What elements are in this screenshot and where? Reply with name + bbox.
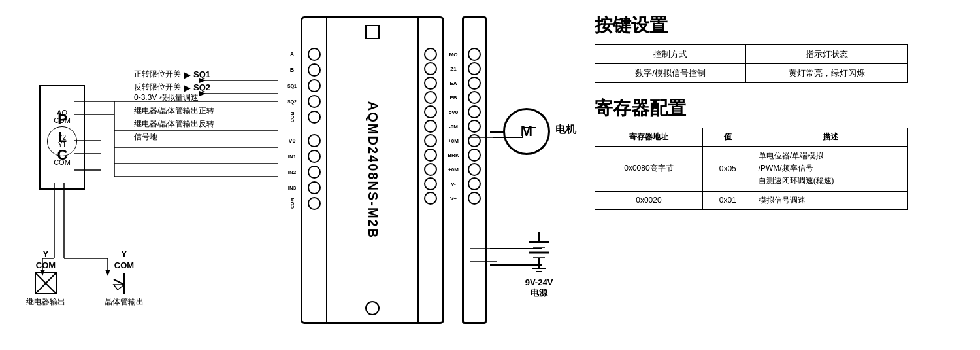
plc-ao-label: AO bbox=[57, 109, 67, 116]
signal-labels: 0-3.3V 模拟量调速 继电器/晶体管输出正转 继电器/晶体管输出反转 信号地 bbox=[134, 92, 214, 143]
reg-val-1: 0x01 bbox=[702, 191, 753, 209]
reg-header-addr: 寄存器地址 bbox=[595, 128, 703, 147]
svg-line-35 bbox=[114, 279, 124, 285]
reg-desc-0: 单电位器/单端模拟/PWM/频率信号自测速闭环调速(稳速) bbox=[753, 147, 907, 192]
relay-forward-label: 继电器/晶体管输出正转 bbox=[134, 105, 214, 116]
device-top-indicator bbox=[365, 25, 380, 39]
button-settings-table: 控制方式 指示灯状态 数字/模拟信号控制 黄灯常亮，绿灯闪烁 bbox=[595, 44, 908, 83]
relay-y-label: Y bbox=[42, 249, 48, 259]
btn-header-indicator: 指示灯状态 bbox=[746, 45, 908, 64]
reg-row-1: 0x0020 0x01 模拟信号调速 bbox=[595, 191, 908, 209]
left-pin-labels: A B SQ1 SQ2 COM V0 IN1 IN2 IN3 COM bbox=[283, 18, 301, 322]
power-voltage-label: 9V-24V bbox=[523, 277, 555, 287]
forward-limit-label: 正转限位开关 bbox=[134, 69, 181, 80]
transistor-com-label: COM bbox=[114, 260, 134, 270]
reg-desc-1: 模拟信号调速 bbox=[753, 191, 907, 209]
btn-row-0: 数字/模拟信号控制 黄灯常亮，绿灯闪烁 bbox=[595, 64, 908, 83]
device-body: A B SQ1 SQ2 COM V0 IN1 IN2 IN3 COM bbox=[301, 16, 444, 324]
plc-com1-label: COM bbox=[54, 116, 71, 124]
plc-y-circle: Y2 Y1 bbox=[47, 126, 77, 156]
motor-label: M bbox=[521, 123, 532, 140]
btn-header-control: 控制方式 bbox=[595, 45, 746, 64]
plc-y1-label: Y1 bbox=[58, 141, 66, 149]
svg-marker-36 bbox=[114, 285, 124, 290]
sq2-label: SQ2 bbox=[193, 82, 210, 92]
button-settings-title: 按键设置 bbox=[595, 13, 908, 38]
right-connector-strip bbox=[462, 16, 487, 324]
relay-com-label: COM bbox=[36, 260, 56, 270]
plc-com2-label: COM bbox=[54, 158, 71, 166]
sq-section: 正转限位开关 ▶ SQ1 反转限位开关 ▶ SQ2 bbox=[134, 69, 210, 95]
transistor-symbol bbox=[112, 271, 136, 295]
btn-cell-indicator: 黄灯常亮，绿灯闪烁 bbox=[746, 64, 908, 83]
power-symbol-svg bbox=[523, 229, 555, 275]
reg-addr-0: 0x0080高字节 bbox=[595, 147, 703, 192]
info-section: 按键设置 控制方式 指示灯状态 数字/模拟信号控制 黄灯常亮，绿灯闪烁 bbox=[595, 7, 908, 343]
center-device-section: A B SQ1 SQ2 COM V0 IN1 IN2 IN3 COM bbox=[287, 7, 490, 343]
sq1-label: SQ1 bbox=[193, 69, 210, 79]
btn-cell-control: 数字/模拟信号控制 bbox=[595, 64, 746, 83]
reg-addr-1: 0x0020 bbox=[595, 191, 703, 209]
device-right-pins bbox=[417, 18, 442, 322]
reg-val-0: 0x05 bbox=[702, 147, 753, 192]
relay-reverse-label: 继电器/晶体管输出反转 bbox=[134, 118, 214, 130]
relay-output-box: Y COM 继电器输出 bbox=[26, 249, 65, 307]
left-section: 正转限位开关 ▶ SQ1 反转限位开关 ▶ SQ2 AO COM Y2 Y1 C… bbox=[13, 7, 287, 343]
motor-side-label: 电机 bbox=[555, 123, 576, 137]
relay-bottom-label: 继电器输出 bbox=[26, 296, 65, 307]
register-config-table: 寄存器地址 值 描述 0x0080高字节 0x05 单电位器/单端模拟/PWM/… bbox=[595, 128, 908, 210]
transistor-y-label: Y bbox=[121, 249, 127, 259]
sq1-row: 正转限位开关 ▶ SQ1 bbox=[134, 69, 210, 80]
transistor-bottom-label: 晶体管输出 bbox=[105, 296, 144, 307]
signal-gnd-label: 信号地 bbox=[134, 131, 214, 143]
outputs-section: Y COM 继电器输出 Y COM 晶 bbox=[26, 249, 144, 307]
register-config-title: 寄存器配置 bbox=[595, 96, 908, 121]
relay-symbol bbox=[34, 271, 57, 295]
motor-power-section: M 电机 9V-24V bbox=[490, 7, 595, 343]
reg-header-desc: 描述 bbox=[753, 128, 907, 147]
button-settings: 按键设置 控制方式 指示灯状态 数字/模拟信号控制 黄灯常亮，绿灯闪烁 bbox=[595, 13, 908, 83]
device-left-pins bbox=[302, 18, 327, 322]
main-container: 正转限位开关 ▶ SQ1 反转限位开关 ▶ SQ2 AO COM Y2 Y1 C… bbox=[0, 0, 980, 350]
register-config: 寄存器配置 寄存器地址 值 描述 0x0080高字节 0x05 单电位器/单端模… bbox=[595, 96, 908, 210]
analog-speed-label: 0-3.3V 模拟量调速 bbox=[134, 92, 214, 103]
transistor-output-box: Y COM 晶体管输出 bbox=[105, 249, 144, 307]
motor-circle: M bbox=[503, 108, 550, 155]
plc-y2-label: Y2 bbox=[58, 134, 66, 141]
right-pin-labels: MO Z1 EA EB 5V0 -0M +0M BRK +0M V- V+ bbox=[444, 18, 463, 322]
power-label: 电源 bbox=[523, 287, 555, 299]
device-bottom-circle bbox=[365, 301, 380, 315]
power-section: 9V-24V 电源 bbox=[523, 229, 555, 299]
reg-header-val: 值 bbox=[702, 128, 753, 147]
plc-box: AO COM Y2 Y1 COM bbox=[39, 85, 85, 190]
device-model-label: AQMD2408NS-M2B bbox=[365, 101, 380, 239]
reg-row-0: 0x0080高字节 0x05 单电位器/单端模拟/PWM/频率信号自测速闭环调速… bbox=[595, 147, 908, 192]
